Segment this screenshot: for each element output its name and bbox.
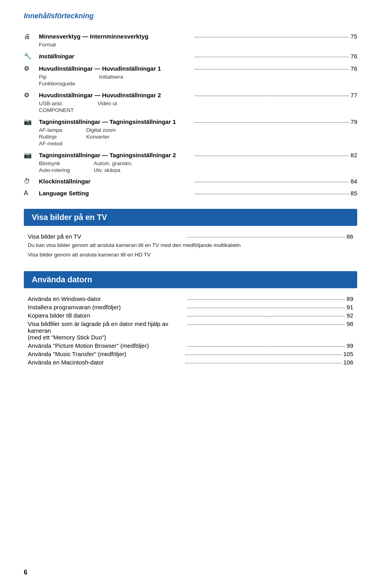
main-toc: 🖨Minnesverktyg — Internminnesverktyg75Fo… [24, 32, 357, 197]
entry-dots-tagningsinst1 [195, 122, 349, 123]
huvudinstallningar2-icon: ⚙ [24, 91, 39, 99]
toc-entry-huvudinstallningar2: ⚙Huvudinställningar — Huvudinställningar… [24, 91, 357, 99]
sub-item-left: AF-lampa [39, 127, 62, 133]
entry-content-language: Language Setting85 [39, 190, 357, 197]
entry-label-minnesverktyg: Minnesverktyg — Internminnesverktyg [39, 33, 193, 40]
toc-entry-minnesverktyg: 🖨Minnesverktyg — Internminnesverktyg75 [24, 32, 357, 40]
sub-items-huvudinstallningar2: USB-ansl.COMPONENTVideo ut [39, 100, 357, 113]
entry-page-minnesverktyg: 75 [350, 33, 357, 40]
toc-section-tagningsinst2: 📷Tagningsinställningar — Tagningsinställ… [24, 150, 357, 173]
entry-page-huvudinstallningar2: 77 [350, 92, 357, 98]
section-entry-page-4: 99 [346, 342, 353, 349]
entry-dots-installningar [195, 57, 349, 57]
huvudinstallningar1-icon: ⚙ [24, 64, 39, 72]
tagningsinst1-icon: 📷 [24, 117, 39, 125]
entry-content-tagningsinst1: Tagningsinställningar — Tagningsinställn… [39, 118, 357, 125]
sub-item-right: Konverter [86, 134, 115, 140]
minnesverktyg-icon: 🖨 [24, 32, 39, 40]
section-anvanda-datorn: Använda datornAnvända en Windows-dator89… [24, 271, 357, 366]
section-sub-text-0: Du kan visa bilder genom att ansluta kam… [28, 241, 353, 249]
entry-page-huvudinstallningar1: 76 [350, 65, 357, 72]
section-header-visa-bilder: Visa bilder på en TV [24, 209, 357, 226]
sub-item-left: USB-ansl. [39, 100, 74, 106]
section-entry-5: Använda "Music Transfer" (medföljer)105 [28, 351, 353, 357]
section-entry-page-5: 105 [343, 351, 353, 357]
sub-item-right: Initialisera [99, 74, 123, 80]
section-entry-0: Använda en Windows-dator89 [28, 295, 353, 302]
entry-label-language: Language Setting [39, 190, 193, 197]
page-title: Innehållsförteckning [24, 12, 357, 20]
entry-content-huvudinstallningar2: Huvudinställningar — Huvudinställningar … [39, 92, 357, 98]
section-entry-label-5: Använda "Music Transfer" (medföljer) [28, 351, 184, 357]
entry-dots-klockinst [195, 182, 349, 182]
toc-section-klockinst: ⏱Klockinställningar84 [24, 177, 357, 185]
entry-page-installningar: 76 [350, 53, 357, 60]
toc-section-huvudinstallningar2: ⚙Huvudinställningar — Huvudinställningar… [24, 91, 357, 113]
section-entry-2: Kopiera bilder till datorn92 [28, 312, 353, 319]
sub-item-left: COMPONENT [39, 107, 74, 113]
toc-section-huvudinstallningar1: ⚙Huvudinställningar — Huvudinställningar… [24, 64, 357, 87]
sub-item-left: Format [39, 42, 56, 48]
entry-content-minnesverktyg: Minnesverktyg — Internminnesverktyg75 [39, 33, 357, 40]
sub-items-huvudinstallningar1: PipFunktionsguideInitialisera [39, 74, 357, 87]
section-entry-4: Använda "Picture Motion Browser" (medföl… [28, 342, 353, 349]
entry-content-installningar: Inställningar76 [39, 53, 357, 60]
sub-item-right: Video ut [98, 100, 117, 106]
entry-dots-minnesverktyg [195, 37, 349, 37]
klockinst-icon: ⏱ [24, 177, 39, 185]
sub-item-left: Auto-rotering [39, 167, 70, 173]
section-entry-1: Installera programvaran (medföljer)91 [28, 304, 353, 310]
section-entry-page-0: 89 [346, 295, 353, 302]
section-entry-0: Visa bilder på en TV86 [28, 233, 353, 240]
entry-content-klockinst: Klockinställningar84 [39, 178, 357, 185]
sub-item-right: Utv. skärpa [94, 167, 133, 173]
sections-container: Visa bilder på en TVVisa bilder på en TV… [24, 209, 357, 366]
entry-label-installningar: Inställningar [39, 53, 193, 60]
section-header-anvanda-datorn: Använda datorn [24, 271, 357, 288]
section-entry-label-4: Använda "Picture Motion Browser" (medföl… [28, 342, 186, 349]
entry-label-klockinst: Klockinställningar [39, 178, 193, 185]
entry-page-language: 85 [350, 190, 357, 197]
section-entry-6: Använda en Macintosh-dator106 [28, 359, 353, 366]
entry-dots-huvudinstallningar1 [195, 69, 349, 69]
section-sub-text-1: Visa bilder genom att ansluta kameran ti… [28, 251, 353, 259]
entry-label-tagningsinst1: Tagningsinställningar — Tagningsinställn… [39, 118, 193, 125]
entry-label-tagningsinst2: Tagningsinställningar — Tagningsinställn… [39, 152, 193, 158]
sub-item-left: AF-metod [39, 141, 62, 147]
toc-entry-huvudinstallningar1: ⚙Huvudinställningar — Huvudinställningar… [24, 64, 357, 72]
toc-entry-language: ALanguage Setting85 [24, 189, 357, 197]
section-entry-page-0: 86 [346, 233, 353, 240]
section-entry-label-0: Använda en Windows-dator [28, 295, 186, 302]
installningar-icon: 🔧 [24, 52, 39, 60]
entry-dots-tagningsinst2 [195, 156, 349, 156]
section-entry-label-6: Använda en Macintosh-dator [28, 359, 184, 366]
sub-items-minnesverktyg: Format [39, 42, 357, 48]
sub-item-right: Autom. granskn. [94, 160, 133, 166]
section-entry-page-3: 98 [346, 320, 353, 327]
section-entry-page-2: 92 [346, 312, 353, 319]
language-icon: A [24, 189, 39, 197]
sub-item-left: Blixtsynk [39, 160, 70, 166]
section-content-visa-bilder: Visa bilder på en TV86Du kan visa bilder… [24, 233, 357, 259]
section-entry-label-0: Visa bilder på en TV [28, 233, 186, 240]
entry-content-huvudinstallningar1: Huvudinställningar — Huvudinställningar … [39, 65, 357, 72]
entry-page-tagningsinst2: 82 [350, 152, 357, 158]
section-entry-label-3: Visa bildfiler som är lagrade på en dato… [28, 320, 186, 341]
sub-items-tagningsinst1: AF-lampaRutlinjeAF-metodDigital zoomKonv… [39, 127, 357, 147]
entry-dots-huvudinstallningar2 [195, 96, 349, 96]
toc-section-tagningsinst1: 📷Tagningsinställningar — Tagningsinställ… [24, 117, 357, 147]
section-entry-page-6: 106 [343, 359, 353, 366]
section-entry-page-1: 91 [346, 304, 353, 310]
entry-label-huvudinstallningar1: Huvudinställningar — Huvudinställningar … [39, 65, 193, 72]
entry-dots-language [195, 194, 349, 194]
entry-page-klockinst: 84 [350, 178, 357, 185]
toc-entry-tagningsinst1: 📷Tagningsinställningar — Tagningsinställ… [24, 117, 357, 125]
toc-section-minnesverktyg: 🖨Minnesverktyg — Internminnesverktyg75Fo… [24, 32, 357, 48]
sub-item-left: Funktionsguide [39, 81, 75, 87]
entry-content-tagningsinst2: Tagningsinställningar — Tagningsinställn… [39, 152, 357, 158]
entry-page-tagningsinst1: 79 [350, 118, 357, 125]
toc-entry-installningar: 🔧Inställningar76 [24, 52, 357, 60]
toc-section-installningar: 🔧Inställningar76 [24, 52, 357, 60]
toc-entry-klockinst: ⏱Klockinställningar84 [24, 177, 357, 185]
section-entry-3: Visa bildfiler som är lagrade på en dato… [28, 320, 353, 341]
